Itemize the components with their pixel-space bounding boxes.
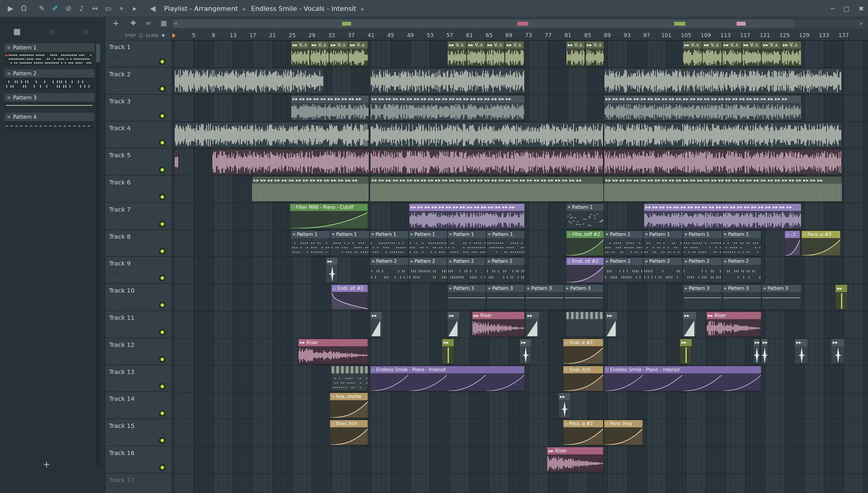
playlist-clip-v-s[interactable]: ▶▶V..s	[486, 41, 505, 66]
playlist-clip-pattern-1[interactable]: ≡Pattern 1	[486, 231, 524, 256]
add-pattern-button[interactable]: +	[43, 459, 50, 470]
playlist-clip-pattern-3[interactable]: ≡Pattern 3	[486, 284, 525, 310]
playlist-clip[interactable]: ▶▶	[606, 312, 618, 337]
playlist-clip-v-s[interactable]: ▶▶V..s	[722, 41, 742, 66]
playlist-clip[interactable]: ▶▶ ▶▶ ▶▶ ▶▶ ▶▶ ▶▶ ▶▶ ▶▶ ▶▶ ▶▶	[291, 95, 369, 121]
playlist-clip[interactable]	[604, 68, 842, 93]
playlist-clip-riser[interactable]: ▶▶Riser	[547, 447, 603, 472]
playlist-clip-filter-mini-piano-cutoff[interactable]: ○Filter MINI - Piano - Cutoff	[290, 203, 368, 229]
playlist-clip-pattern-1[interactable]: ≡Pattern 1	[291, 231, 330, 256]
playlist-clip-pattern-3[interactable]: ≡Pattern 3	[564, 284, 603, 310]
track-mute-led[interactable]	[160, 438, 165, 443]
playlist-clip-v-s[interactable]: ▶▶V..s	[310, 41, 329, 66]
playlist-clip-pattern-3[interactable]: ≡Pattern 3	[722, 284, 762, 310]
playback-tool-icon[interactable]: ▸	[128, 2, 141, 15]
track-header[interactable]: Track 3...	[105, 94, 172, 122]
playlist-clip[interactable]: ▶▶	[442, 339, 454, 364]
track-mute-led[interactable]	[160, 113, 165, 119]
slide-toggle[interactable]	[162, 34, 165, 37]
track-header[interactable]: Track 12...	[105, 338, 172, 365]
playlist-clip-pattern-1[interactable]: ≡Pattern 1	[682, 231, 722, 256]
playlist-clip-v-s[interactable]: ▶▶V..s	[566, 41, 585, 66]
playlist-clip-para-q-3[interactable]: ○Para..q #3	[801, 231, 841, 256]
playlist-clip[interactable]: ▶▶	[835, 284, 847, 310]
playlist-clip[interactable]: ▶▶	[370, 312, 383, 337]
track-header[interactable]: Track 1...	[105, 40, 172, 67]
track-mute-led[interactable]	[160, 465, 165, 470]
playlist-clip-v-s[interactable]: ▶▶V..s	[291, 41, 310, 66]
playlist-clip-pattern-2[interactable]: ≡Pattern 2	[408, 257, 447, 283]
playlist-clip-pattern-2[interactable]: ≡Pattern 2	[722, 257, 762, 283]
playlist-clip-endless-smile-piano-intensit[interactable]: ○Endless Smile - Piano - Intensit	[604, 366, 762, 391]
playlist-clip-v-s[interactable]: ▶▶V..s	[329, 41, 348, 66]
playlist-clip-pattern-2[interactable]: ≡Pattern 2	[447, 257, 485, 283]
playlist-clip[interactable]: ▶▶	[795, 339, 808, 364]
playlist-clip[interactable]: ▶▶	[761, 339, 768, 364]
speaker-icon[interactable]: ◀	[147, 2, 159, 15]
playlist-clip-pattern-3[interactable]: ≡Pattern 3	[682, 284, 722, 310]
pattern-grid-icon[interactable]: ▦	[13, 27, 21, 36]
playlist-clip[interactable]: ▶▶	[831, 339, 845, 364]
play-icon[interactable]: ▶	[4, 2, 17, 15]
track-mute-led[interactable]	[160, 140, 165, 145]
playlist-clip-snar-itch[interactable]: ○Snar..itch	[330, 420, 368, 445]
playlist-clip-v-s[interactable]: ▶▶V..s	[348, 41, 368, 66]
playlist-clip-v-s[interactable]: ▶▶V..s	[682, 41, 702, 66]
scroll-right-icon[interactable]: »	[859, 20, 863, 26]
track-header[interactable]: Track 17	[105, 473, 172, 493]
playlist-grid[interactable]: ▶▶V..s▶▶V..s▶▶V..s▶▶V..s▶▶V..s▶▶V..s▶▶V.…	[172, 40, 868, 493]
track-header[interactable]: Track 4...	[105, 122, 172, 149]
delete-tool-icon[interactable]: ⊘	[62, 2, 75, 15]
playlist-clip-v-s[interactable]: ▶▶V..s	[466, 41, 486, 66]
playlist-clip-pattern-1[interactable]: ≡Pattern 1	[408, 231, 447, 256]
playlist-clip[interactable]: ▶▶ ▶▶ ▶▶ ▶▶ ▶▶ ▶▶ ▶▶ ▶▶ ▶▶ ▶▶ ▶▶ ▶▶ ▶▶ ▶…	[409, 203, 525, 229]
track-mute-led[interactable]	[160, 86, 165, 91]
playlist-clip-riser[interactable]: ▶▶Riser	[298, 339, 368, 364]
track-header[interactable]: Track 9...	[105, 257, 172, 284]
playlist-clip-pattern-2[interactable]: ≡Pattern 2	[682, 257, 722, 283]
track-header[interactable]: Track 10...	[105, 284, 172, 311]
playlist-clip-v-s[interactable]: ▶▶V..s	[702, 41, 722, 66]
scrollbar-handle[interactable]	[96, 44, 100, 62]
track-header[interactable]: Track 13...	[105, 365, 172, 392]
track-mute-led[interactable]	[160, 249, 165, 254]
sidebar-tool-icon[interactable]: ◆	[49, 27, 55, 36]
track-header[interactable]: Track 5...	[105, 149, 172, 176]
track-mute-led[interactable]	[160, 411, 165, 416]
step-toggle[interactable]	[139, 34, 143, 37]
snap-icon[interactable]: ✚	[130, 19, 136, 27]
playlist-clip-pattern-1[interactable]: ≡Pattern 1	[330, 231, 369, 256]
playlist-clip[interactable]	[174, 149, 179, 174]
track-mute-led[interactable]	[160, 384, 165, 389]
paint-tool-icon[interactable]: ✐	[49, 2, 62, 15]
scroll-left-icon[interactable]: «	[174, 20, 178, 26]
playlist-clip[interactable]	[566, 312, 603, 337]
link-icon[interactable]: ∞	[146, 19, 151, 27]
track-header[interactable]: Track 16...	[105, 446, 172, 473]
track-mute-led[interactable]	[160, 303, 165, 308]
playlist-clip[interactable]	[370, 122, 603, 147]
playlist-clip-snar-e-2[interactable]: ○Snar..e #2	[563, 339, 603, 364]
playlist-clip[interactable]: ▶▶ ▶▶ ▶▶ ▶▶ ▶▶ ▶▶ ▶▶ ▶▶ ▶▶ ▶▶ ▶▶ ▶▶ ▶▶ ▶…	[252, 176, 369, 201]
playlist-clip-snar-itch[interactable]: ○Snar..itch	[563, 366, 603, 391]
playlist-clip-pattern-2[interactable]: ≡Pattern 2	[604, 257, 644, 283]
playlist-clip-para-freq[interactable]: ○Para..freq	[604, 420, 643, 445]
track-header[interactable]: Track 8...	[105, 230, 172, 257]
pattern-list-item[interactable]: ≡Pattern 2	[4, 69, 95, 90]
playlist-clip-pattern-1[interactable]: ≡Pattern 1	[604, 231, 644, 256]
playlist-clip[interactable]: ▶▶	[447, 312, 460, 337]
playlist-clip-v-s[interactable]: ▶▶V..s	[585, 41, 604, 66]
playlist-clip[interactable]	[174, 122, 369, 147]
track-mute-led[interactable]	[160, 59, 165, 64]
track-header[interactable]: Track 2...	[105, 67, 172, 94]
playlist-add-button[interactable]: +	[112, 18, 120, 28]
maximize-button[interactable]: □	[844, 5, 850, 12]
playlist-clip-v-s[interactable]: ▶▶V..s	[505, 41, 524, 66]
slip-tool-icon[interactable]: ↔	[89, 2, 101, 15]
playlist-clip--t[interactable]: ○..t	[784, 231, 800, 256]
select-tool-icon[interactable]: ▭	[102, 2, 114, 15]
playlist-clip-pattern-1[interactable]: ≡Pattern 1	[447, 231, 486, 256]
timeline-ruler[interactable]: 5913172125293337414549535761656973778185…	[172, 30, 868, 40]
minimap-viewport[interactable]	[173, 20, 793, 27]
playlist-clip-pattern-1[interactable]: ≡Pattern 1	[722, 231, 762, 256]
